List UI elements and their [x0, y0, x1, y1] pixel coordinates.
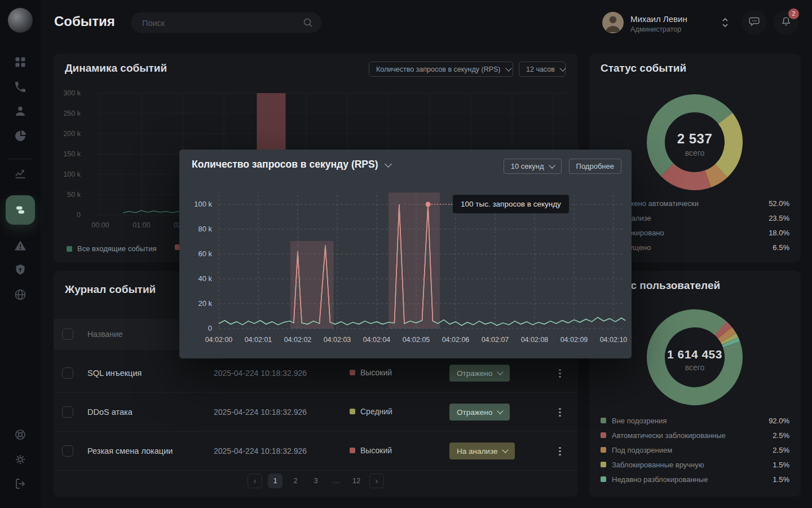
shield-icon[interactable] — [14, 263, 27, 277]
legend-label: Все входящие события — [77, 244, 157, 253]
table-row: Резкая смена локации2025-04-224 10:18:32… — [54, 432, 578, 471]
event-name: DDoS атака — [87, 408, 133, 417]
header: События Михаил Левин Администратор 2 — [0, 0, 812, 45]
pagination-page[interactable]: 2 — [288, 474, 303, 488]
row-menu-kebab-icon[interactable] — [555, 445, 564, 457]
avatar[interactable] — [602, 12, 624, 33]
support-lifebuoy-icon[interactable] — [14, 428, 27, 441]
status-legend-row: Недавно разблокированные1.5% — [601, 472, 789, 487]
user-name: Михаил Левин — [630, 14, 687, 24]
rps-ytick: 0 — [208, 324, 212, 332]
pagination-next[interactable]: › — [369, 474, 384, 488]
settings-gear-icon[interactable] — [14, 453, 27, 466]
messages-button[interactable] — [742, 10, 767, 35]
severity-swatch — [350, 448, 355, 453]
status-legend-row: Заблокированные вручную1.5% — [601, 457, 789, 472]
analytics-trend-icon[interactable] — [14, 167, 27, 180]
rps-xtick: 04:02:02 — [284, 336, 312, 344]
notifications-count-badge: 2 — [788, 8, 799, 19]
users-icon[interactable] — [14, 104, 27, 118]
chevron-down-icon — [549, 162, 555, 168]
chevron-down-icon — [559, 65, 566, 71]
table-row: SQL инъекция2025-04-224 10:18:32.926Высо… — [54, 354, 578, 393]
modal-chart-svg[interactable]: 020 k40 k60 k80 k100 k04:02:0004:02:0104… — [179, 150, 632, 350]
pagination-ellipsis: … — [329, 474, 343, 488]
column-header-name: Название — [87, 330, 123, 339]
rps-xtick: 04:02:06 — [442, 336, 470, 344]
interval-select[interactable]: 10 секунд — [504, 159, 562, 174]
range-select[interactable]: 12 часов — [519, 62, 566, 77]
event-datetime: 2025-04-224 10:18:32.926 — [214, 369, 307, 378]
pagination-page[interactable]: 12 — [349, 474, 364, 488]
legend-swatch — [601, 418, 606, 423]
status-select[interactable]: Отражено — [449, 404, 510, 421]
rps-xtick: 04:02:09 — [561, 336, 588, 344]
app-logo[interactable] — [8, 8, 33, 33]
status-select[interactable]: Отражено — [449, 365, 510, 382]
events-donut-svg[interactable] — [638, 86, 751, 199]
sidebar-item-events-active[interactable] — [6, 195, 35, 225]
modal-title: Количество запросов в секунду (RPS) — [192, 159, 378, 170]
rps-ytick: 60 k — [198, 249, 212, 258]
rps-xtick: 04:02:00 — [205, 336, 233, 344]
status-select[interactable]: На анализе — [449, 443, 515, 459]
legend-percent: 18.0% — [769, 229, 789, 237]
legend-percent: 92.0% — [769, 417, 789, 425]
metric-select[interactable]: Количество запросов в секунду (RPS) — [369, 62, 513, 77]
rps-marker-dot — [426, 202, 431, 207]
search-box — [131, 12, 321, 33]
event-checkbox[interactable] — [62, 445, 73, 457]
select-all-checkbox[interactable] — [62, 329, 73, 340]
chevron-down-icon — [497, 369, 504, 375]
dashboard-grid-icon[interactable] — [14, 55, 27, 69]
users-status-legend: Вне подозрения92.0%Автоматически заблоки… — [601, 413, 789, 487]
events-status-title: Статус событий — [601, 62, 686, 75]
event-checkbox[interactable] — [62, 367, 73, 379]
pagination-page[interactable]: 1 — [268, 474, 283, 488]
pie-chart-icon[interactable] — [14, 129, 27, 143]
pagination-page[interactable]: 3 — [308, 474, 323, 488]
event-name: Резкая смена локации — [87, 446, 173, 456]
details-button[interactable]: Подробнее — [569, 159, 621, 174]
dynamics-ytick: 0 — [77, 211, 81, 219]
severity-label: Средний — [360, 407, 392, 416]
rps-ytick: 40 k — [198, 274, 212, 283]
status-legend-label: Недавно разблокированные — [601, 475, 708, 484]
rps-xtick: 04:02:07 — [482, 336, 509, 344]
rps-ytick: 20 k — [198, 299, 212, 308]
logout-icon[interactable] — [14, 477, 27, 491]
legend-text: Автоматически заблокированные — [612, 431, 726, 440]
phone-icon[interactable] — [14, 80, 27, 94]
pagination-prev[interactable]: ‹ — [248, 474, 262, 488]
rps-ytick: 100 k — [194, 200, 212, 208]
search-icon[interactable] — [303, 17, 313, 28]
search-input[interactable] — [141, 12, 301, 34]
row-menu-kebab-icon[interactable] — [555, 406, 564, 418]
globe-icon[interactable] — [14, 288, 27, 301]
rps-ytick: 80 k — [198, 225, 212, 233]
event-checkbox[interactable] — [62, 406, 73, 418]
rps-xtick: 04:02:08 — [521, 336, 549, 344]
row-menu-kebab-icon[interactable] — [555, 367, 564, 379]
legend-text: Под подозрением — [612, 446, 672, 454]
rps-xtick: 04:02:05 — [403, 336, 430, 344]
journal-title: Журнал событий — [65, 283, 156, 296]
rps-xtick: 04:02:01 — [245, 336, 272, 344]
user-menu-chevrons-icon[interactable] — [721, 16, 730, 29]
alerts-warning-icon[interactable] — [14, 239, 27, 252]
dynamics-ytick: 150 k — [63, 150, 81, 158]
chart-tooltip: 100 тыс. запросов в секунду — [453, 195, 569, 213]
rps-xtick: 04:02:10 — [600, 336, 628, 344]
legend-swatch — [601, 476, 606, 482]
status-legend-label: Автоматически заблокированные — [601, 431, 726, 440]
legend-percent: 52.0% — [769, 199, 789, 208]
dynamics-ytick: 250 k — [63, 110, 81, 117]
rps-modal: Количество запросов в секунду (RPS) 10 с… — [179, 150, 632, 358]
legend-percent: 23.5% — [769, 214, 789, 222]
events-sync-icon — [14, 203, 27, 217]
modal-title-dropdown[interactable]: Количество запросов в секунду (RPS) — [192, 159, 391, 170]
users-donut-svg[interactable] — [638, 301, 751, 414]
chevron-down-icon — [497, 408, 504, 414]
chat-bubble-icon — [748, 15, 761, 30]
chevron-down-icon — [502, 446, 509, 453]
